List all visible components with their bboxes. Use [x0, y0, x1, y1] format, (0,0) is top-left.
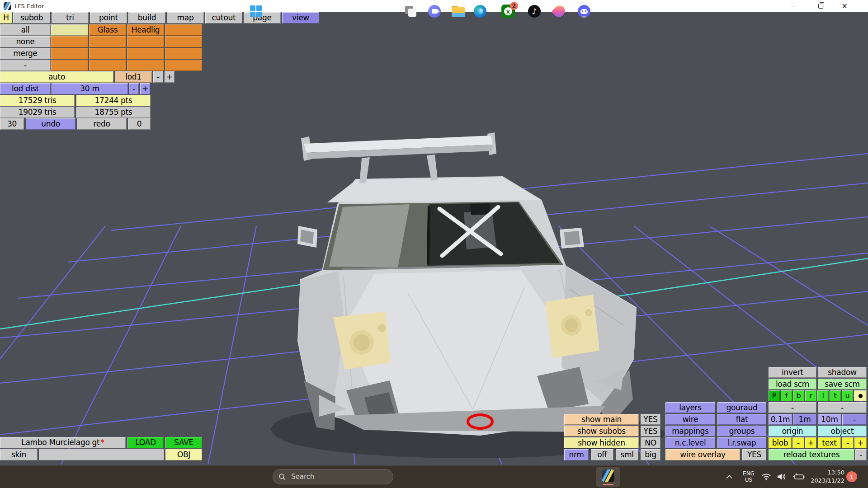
subob-select-none[interactable]: none	[0, 36, 51, 47]
shadow-button[interactable]: shadow	[818, 367, 867, 378]
subob-cell[interactable]	[127, 60, 164, 71]
reload-textures-button[interactable]: reload textures	[769, 449, 854, 460]
paint-app-button[interactable]	[552, 4, 566, 19]
show-main-value[interactable]: YES	[641, 414, 660, 425]
subob-cell[interactable]	[165, 24, 202, 36]
object-button[interactable]: object	[818, 426, 867, 436]
lod-dist-plus-button[interactable]: +	[140, 83, 150, 94]
show-hidden-button[interactable]: show hidden	[564, 437, 639, 448]
mappings-button[interactable]: mappings	[665, 426, 715, 436]
lod-plus-button[interactable]: +	[165, 71, 175, 83]
tray-overflow-button[interactable]	[722, 465, 737, 488]
task-view-button[interactable]	[403, 4, 418, 19]
save-button[interactable]: SAVE	[165, 437, 202, 448]
notification-count-badge[interactable]: 1	[846, 471, 857, 482]
reload-minus-button[interactable]: -	[855, 449, 867, 460]
blob-plus-button[interactable]: +	[805, 437, 816, 448]
blob-button[interactable]: blob	[769, 437, 792, 448]
subob-cell[interactable]	[165, 36, 202, 47]
start-button[interactable]	[249, 4, 263, 19]
channel-b-button[interactable]: b	[793, 390, 804, 401]
undo-button[interactable]: undo	[26, 118, 75, 130]
origin-button[interactable]: origin	[769, 426, 816, 436]
layers-button[interactable]: layers	[665, 402, 715, 413]
text-plus-button[interactable]: +	[854, 437, 867, 448]
subob-cell-selected[interactable]	[51, 24, 88, 36]
tiktok-app-button[interactable]: ♪	[527, 4, 542, 19]
channel-l-button[interactable]: l	[817, 390, 829, 401]
edge-browser-button[interactable]	[473, 4, 487, 19]
blob-minus-button[interactable]: -	[793, 437, 804, 448]
channel-r-button[interactable]: r	[805, 390, 816, 401]
skin-button[interactable]: skin	[0, 449, 38, 460]
language-indicator[interactable]: ENG US	[740, 465, 758, 488]
lod-auto-button[interactable]: auto	[0, 71, 113, 83]
load-scm-button[interactable]: load scm	[769, 379, 816, 389]
lr-swap-button[interactable]: l.r.swap	[717, 437, 766, 448]
subob-select-all[interactable]: all	[0, 24, 51, 36]
sml-button[interactable]: sml	[616, 449, 638, 460]
channel-p-button[interactable]: P	[769, 390, 780, 401]
subob-select-merge[interactable]: merge	[0, 48, 51, 59]
groups-button[interactable]: groups	[717, 426, 766, 436]
file-explorer-button[interactable]	[451, 4, 466, 19]
wire-overlay-button[interactable]: wire overlay	[665, 449, 740, 460]
obj-button[interactable]: OBJ	[165, 449, 202, 460]
load-button[interactable]: LOAD	[127, 437, 164, 448]
xbox-app-button[interactable]: x 2	[501, 4, 515, 19]
wire-button[interactable]: wire	[665, 414, 715, 425]
subob-cell[interactable]	[89, 48, 126, 59]
lod-minus-button[interactable]: -	[153, 71, 163, 83]
save-scm-button[interactable]: save scm	[818, 379, 867, 389]
subob-cell[interactable]	[127, 48, 164, 59]
menu-item-cutout[interactable]: cutout	[205, 12, 242, 23]
nc-level-button[interactable]: n.c.level	[665, 437, 715, 448]
discord-app-button[interactable]	[577, 4, 591, 19]
skin-name-field[interactable]	[39, 449, 164, 460]
subob-cell[interactable]	[165, 48, 202, 59]
menu-item-subob[interactable]: subob	[13, 12, 50, 23]
grid-size-1m-button[interactable]: 1m	[793, 414, 816, 425]
menu-item-point[interactable]: point	[90, 12, 127, 23]
nrm-button[interactable]: nrm	[564, 449, 589, 460]
menu-item-h[interactable]: H	[0, 12, 12, 23]
model-name-field[interactable]: Lambo Murcielago gt*	[0, 437, 126, 448]
restore-button[interactable]	[810, 0, 831, 12]
channel-u-button[interactable]: u	[842, 390, 853, 401]
grid-size-01m-button[interactable]: 0.1m	[769, 414, 792, 425]
text-button[interactable]: text	[818, 437, 841, 448]
dash-left-button[interactable]: -	[769, 402, 816, 413]
close-button[interactable]: ×	[834, 0, 855, 12]
gouraud-button[interactable]: gouraud	[717, 402, 766, 413]
subob-cell-headlig[interactable]: Headlig	[127, 24, 164, 36]
minimize-button[interactable]	[783, 0, 803, 12]
lod-dist-minus-button[interactable]: -	[129, 83, 139, 94]
invert-button[interactable]: invert	[769, 367, 816, 378]
lod1-button[interactable]: lod1	[115, 71, 152, 83]
lfs-editor-taskbar-button[interactable]	[596, 467, 620, 487]
menu-item-tri[interactable]: tri	[52, 12, 89, 23]
subob-cell[interactable]	[51, 36, 88, 47]
grid-size-off-button[interactable]: -	[842, 414, 867, 425]
subob-cell-glass[interactable]: Glass	[89, 24, 126, 36]
menu-item-view[interactable]: view	[282, 12, 319, 23]
flat-button[interactable]: flat	[717, 414, 766, 425]
off-button[interactable]: off	[591, 449, 613, 460]
subob-select-dash[interactable]: -	[0, 60, 51, 71]
subob-cell[interactable]	[51, 48, 88, 59]
big-button[interactable]: big	[641, 449, 660, 460]
chat-app-button[interactable]	[427, 4, 442, 19]
show-main-button[interactable]: show main	[564, 414, 639, 425]
channel-dot-button[interactable]	[854, 390, 867, 401]
system-tray-icons[interactable]	[761, 465, 805, 488]
subob-cell[interactable]	[127, 36, 164, 47]
dash-right-button[interactable]: -	[818, 402, 867, 413]
channel-t-button[interactable]: t	[830, 390, 841, 401]
show-hidden-value[interactable]: NO	[641, 437, 660, 448]
subob-cell[interactable]	[165, 60, 202, 71]
subob-cell[interactable]	[89, 36, 126, 47]
show-subobs-value[interactable]: YES	[641, 426, 660, 436]
show-subobs-button[interactable]: show subobs	[564, 426, 639, 436]
wire-overlay-value[interactable]: YES	[742, 449, 766, 460]
subob-cell[interactable]	[51, 60, 88, 71]
